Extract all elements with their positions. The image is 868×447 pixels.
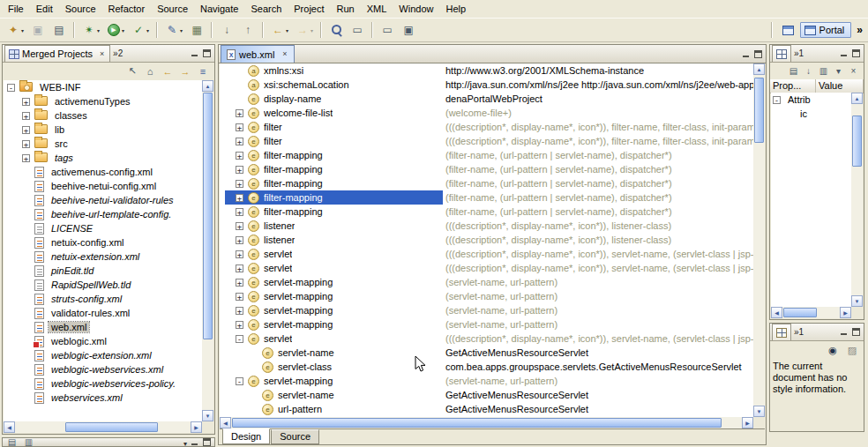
tree-item[interactable]: +tags — [4, 151, 202, 165]
tree-item[interactable]: activemenus-config.xml — [4, 165, 202, 179]
toolbar-overflow-chevron[interactable]: » — [854, 24, 865, 36]
tree-item[interactable]: netuix-extension.xml — [4, 250, 202, 264]
dropdown-arrow-icon[interactable]: ▾ — [311, 27, 313, 34]
editor-row[interactable]: axsi:schemaLocationhttp://java.sun.com/x… — [220, 78, 753, 92]
menu-source[interactable]: Source — [151, 2, 194, 16]
scrollbar-thumb[interactable] — [783, 308, 817, 317]
tree-item[interactable]: +lib — [4, 123, 202, 137]
tree-item[interactable]: beehive-netui-validator-rules — [4, 193, 202, 207]
tree-expander-icon[interactable]: + — [22, 154, 30, 162]
tree-expander-icon[interactable]: + — [22, 140, 30, 148]
maximize-icon[interactable] — [851, 327, 861, 337]
tab-source[interactable]: Source — [271, 429, 319, 444]
home-icon[interactable]: ⌂ — [142, 64, 158, 78]
menu-run[interactable]: Run — [331, 2, 361, 16]
editor-row[interactable]: +eservlet(((description*, display-name*,… — [220, 261, 753, 275]
view-tab-overflow-chevron[interactable]: »1 — [794, 48, 804, 58]
tree-item[interactable]: weblogic-extension.xml — [4, 348, 202, 362]
scrollbar-thumb[interactable] — [203, 93, 213, 339]
scroll-down-icon[interactable] — [202, 410, 213, 421]
rules-icon[interactable]: ▨ — [844, 343, 860, 357]
maximize-icon[interactable] — [202, 437, 212, 447]
tree-item[interactable]: LICENSE — [4, 221, 202, 235]
sort-icon[interactable]: ↓ — [802, 64, 815, 78]
tree-item[interactable]: webservices.xml — [4, 391, 202, 405]
styles-tab[interactable] — [772, 324, 791, 340]
open-perspective-button[interactable] — [780, 20, 797, 40]
next-editor-button[interactable]: ▣ — [399, 20, 418, 40]
editor-row[interactable]: +efilter(((description*, display-name*, … — [220, 134, 753, 148]
scroll-down-icon[interactable] — [753, 406, 765, 417]
menu-xml[interactable]: XML — [361, 2, 393, 16]
editor-row[interactable]: +efilter-mapping(filter-name, (url-patte… — [220, 162, 753, 176]
maximize-icon[interactable] — [851, 48, 861, 58]
menu-source[interactable]: Source — [59, 2, 102, 16]
editor-row[interactable]: eurl-patternGetActiveMenusResourceServle… — [220, 402, 753, 416]
editor-row[interactable]: +elistener(((description*, display-name*… — [220, 219, 753, 233]
fast-view-1-icon[interactable]: ▤ — [5, 437, 19, 447]
tree-item[interactable]: -WEB-INF — [4, 80, 202, 94]
editor-row[interactable]: edisplay-namedenaPortalWebProject — [220, 92, 753, 106]
dropdown-arrow-icon[interactable]: ▾ — [146, 27, 149, 34]
node-expander-icon[interactable]: + — [236, 293, 243, 301]
tree-item[interactable]: weblogic.xml — [4, 334, 202, 348]
print-button[interactable]: ▤ — [49, 20, 69, 40]
search-button[interactable] — [326, 20, 346, 40]
snippet-button[interactable]: ▦ — [187, 20, 206, 40]
tree-item[interactable]: beehive-url-template-config. — [4, 207, 202, 221]
open-resource-button[interactable]: ▭ — [348, 20, 367, 40]
scroll-right-icon[interactable] — [742, 417, 753, 428]
node-expander-icon[interactable]: + — [236, 250, 243, 258]
editor-row[interactable]: +efilter-mapping(filter-name, (url-patte… — [220, 190, 753, 205]
tree-expander-icon[interactable]: + — [22, 98, 30, 106]
explorer-horizontal-scrollbar[interactable] — [4, 421, 202, 433]
tree-item[interactable]: beehive-netui-config.xml — [4, 179, 202, 193]
debug-button[interactable]: ✴▾ — [79, 20, 102, 40]
scrollbar-thumb[interactable] — [65, 422, 158, 432]
editor-row[interactable]: +eservlet-mapping(servlet-name, url-patt… — [220, 289, 753, 303]
column-header[interactable]: Prop... — [770, 79, 816, 93]
dropdown-arrow-icon[interactable]: ▾ — [97, 27, 100, 34]
editor-row[interactable]: +eservlet-mapping(servlet-name, url-patt… — [220, 317, 753, 332]
prev-annotation-button[interactable]: ↑ — [238, 20, 258, 40]
next-annotation-button[interactable]: ↓ — [217, 20, 236, 40]
tree-item[interactable]: RapidSpellWeb.tld — [4, 278, 202, 292]
node-expander-icon[interactable]: + — [236, 264, 243, 272]
editor-row[interactable]: eservlet-nameGetActiveMenusResourceServl… — [220, 388, 753, 402]
minimize-icon[interactable] — [190, 48, 199, 58]
collapse-all-icon[interactable]: ≡ — [195, 64, 211, 78]
tree-item[interactable]: netuix-config.xml — [4, 235, 202, 250]
fast-view-2-icon[interactable]: ▥ — [22, 437, 35, 447]
scroll-left-icon[interactable] — [220, 417, 231, 428]
dropdown-arrow-icon[interactable]: ▾ — [21, 27, 24, 34]
run-button[interactable]: ▶▾ — [104, 20, 127, 40]
menu-help[interactable]: Help — [439, 2, 472, 16]
node-expander-icon[interactable]: + — [236, 152, 243, 160]
editor-row[interactable]: -eservlet-mapping(servlet-name, url-patt… — [220, 374, 753, 388]
editor-row[interactable]: axmlns:xsihttp://www.w3.org/2001/XMLSche… — [220, 63, 753, 78]
new-xml-button[interactable]: ✎▾ — [162, 20, 185, 40]
scroll-up-icon[interactable] — [851, 93, 863, 104]
new-wizard-button[interactable]: ✦▾ — [4, 20, 26, 40]
menu-project[interactable]: Project — [288, 2, 330, 16]
property-row[interactable]: -Attrib — [771, 93, 851, 107]
scrollbar-thumb[interactable] — [852, 115, 862, 167]
editor-row[interactable]: +efilter-mapping(filter-name, (url-patte… — [220, 205, 753, 219]
editor-row[interactable]: +elistener(((description*, display-name*… — [220, 233, 753, 247]
node-expander-icon[interactable]: + — [236, 166, 243, 174]
dropdown-arrow-icon[interactable]: ▾ — [180, 27, 183, 34]
node-expander-icon[interactable]: - — [236, 377, 243, 385]
node-expander-icon[interactable]: + — [236, 236, 243, 244]
tree-item[interactable]: weblogic-webservices.xml — [4, 362, 202, 376]
node-expander-icon[interactable]: + — [236, 109, 243, 117]
menu-navigate[interactable]: Navigate — [194, 2, 244, 16]
scroll-right-icon[interactable] — [191, 421, 202, 433]
menu-edit[interactable]: Edit — [30, 2, 59, 16]
menu-search[interactable]: Search — [244, 2, 288, 16]
editor-row[interactable]: +efilter(((description*, display-name*, … — [220, 120, 753, 134]
editor-row[interactable]: +eservlet(((description*, display-name*,… — [220, 247, 753, 261]
editor-row[interactable]: +efilter-mapping(filter-name, (url-patte… — [220, 148, 753, 162]
scrollbar-thumb[interactable] — [232, 418, 722, 428]
properties-horizontal-scrollbar[interactable] — [771, 307, 851, 318]
node-expander-icon[interactable]: + — [236, 194, 243, 202]
